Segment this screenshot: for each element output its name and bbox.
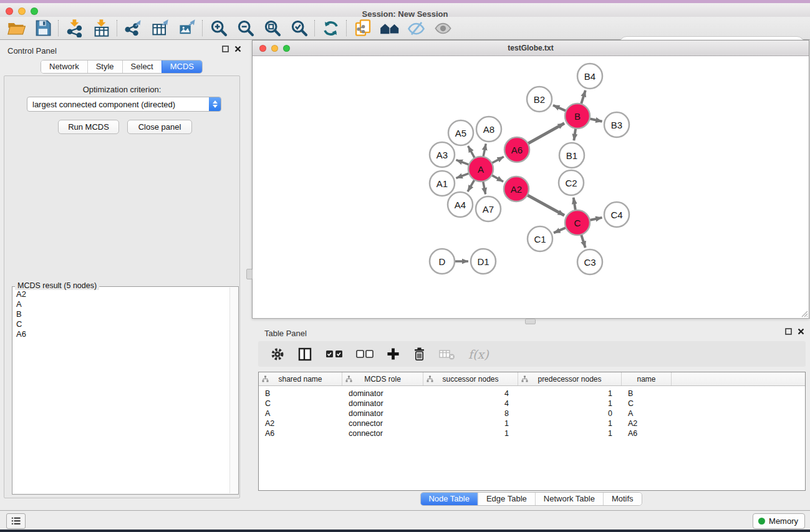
- mcds-result-item[interactable]: A: [15, 299, 229, 309]
- tab-node-table[interactable]: Node Table: [420, 493, 478, 505]
- export-table-button[interactable]: [147, 17, 173, 39]
- save-session-button[interactable]: [29, 17, 56, 39]
- status-bar: Memory: [0, 510, 810, 530]
- graph-node-label: A: [478, 164, 484, 175]
- column-header-label: shared name: [278, 375, 322, 384]
- zoom-selected-icon: [290, 19, 309, 37]
- table-row[interactable]: A6connector11A6: [259, 428, 805, 438]
- optimization-criterion-select[interactable]: largest connected component (directed): [27, 97, 221, 112]
- table-header-row: shared nameMCDS rolesuccessor nodesprede…: [259, 372, 805, 386]
- table-cell: 1: [518, 419, 622, 428]
- run-mcds-button[interactable]: Run MCDS: [58, 120, 119, 134]
- export-image-icon: [178, 19, 196, 37]
- zoom-out-button[interactable]: [232, 17, 259, 39]
- network-view-window[interactable]: testGlobe.txt AA1A2A3A4A5A6A7A8BB1B2B3B4…: [252, 40, 809, 319]
- graph-node-label: B2: [534, 94, 545, 105]
- column-header-filler: [672, 372, 805, 385]
- zoom-fit-button[interactable]: [259, 17, 286, 39]
- deselect-all-checkboxes-icon[interactable]: [356, 350, 374, 358]
- graph-edge-A6-B[interactable]: [523, 123, 564, 147]
- graph-edge-A2-C[interactable]: [522, 192, 564, 216]
- table-row[interactable]: Adominator80A: [259, 409, 805, 418]
- network-window-title: testGlobe.txt: [253, 44, 809, 52]
- refresh-view-button[interactable]: [317, 17, 344, 39]
- first-neighbors-button[interactable]: [376, 17, 403, 39]
- table-row[interactable]: Cdominator41C: [259, 399, 805, 409]
- graph-node-label: D: [439, 256, 446, 267]
- zoom-in-button[interactable]: [205, 17, 232, 39]
- main-titlebar[interactable]: Session: New Session: [0, 3, 810, 17]
- houses-icon: [380, 19, 400, 37]
- resize-grip-icon[interactable]: [799, 309, 808, 317]
- node-table: shared nameMCDS rolesuccessor nodesprede…: [258, 372, 806, 491]
- tab-style[interactable]: Style: [87, 60, 122, 73]
- close-panel-icon[interactable]: [234, 46, 241, 52]
- tab-network-table[interactable]: Network Table: [535, 493, 603, 505]
- column-header-successor-nodes[interactable]: successor nodes: [423, 372, 518, 385]
- tab-select[interactable]: Select: [122, 60, 162, 73]
- toolbar-separator: [346, 20, 347, 36]
- duplicate-network-button[interactable]: [349, 17, 376, 39]
- column-header-name[interactable]: name: [622, 372, 672, 385]
- mcds-result-item[interactable]: B: [15, 309, 229, 319]
- zoom-selected-button[interactable]: [286, 17, 312, 39]
- table-cell: A6: [622, 429, 672, 438]
- graph-node-label: A6: [511, 145, 523, 155]
- import-table-button[interactable]: [88, 17, 115, 39]
- zoom-fit-icon: [263, 19, 282, 37]
- mcds-result-legend: MCDS result (5 nodes): [15, 281, 99, 290]
- table-row[interactable]: A2connector11A2: [259, 418, 805, 428]
- column-header-shared-name[interactable]: shared name: [259, 372, 342, 385]
- column-management-icon[interactable]: [297, 347, 312, 362]
- mcds-result-item[interactable]: C: [15, 319, 229, 329]
- graph-node-label: B3: [611, 120, 622, 130]
- open-session-button[interactable]: [2, 17, 29, 39]
- graph-node-label: D1: [477, 256, 489, 267]
- mcds-result-list[interactable]: A2ABCA6: [15, 289, 229, 493]
- table-cell: A6: [259, 429, 342, 438]
- export-image-button[interactable]: [173, 17, 200, 39]
- add-column-icon[interactable]: [387, 347, 400, 360]
- vertical-splitter-handle[interactable]: [246, 269, 253, 279]
- save-floppy-icon: [34, 19, 52, 37]
- mcds-result-item[interactable]: A6: [15, 329, 229, 339]
- float-panel-icon[interactable]: [222, 46, 229, 52]
- table-cell: connector: [342, 419, 423, 428]
- close-panel-icon[interactable]: [798, 328, 804, 335]
- memory-button[interactable]: Memory: [753, 513, 805, 529]
- mcds-result-scrollbar[interactable]: [229, 288, 238, 493]
- column-header-predecessor-nodes[interactable]: predecessor nodes: [518, 372, 622, 385]
- column-type-icon: [427, 375, 433, 382]
- show-all-button[interactable]: [430, 17, 456, 39]
- table-row[interactable]: Bdominator41B: [259, 389, 805, 399]
- table-cell: connector: [342, 429, 423, 438]
- tab-motifs[interactable]: Motifs: [603, 493, 642, 505]
- memory-status-dot: [758, 518, 765, 525]
- table-panel-window-buttons: [785, 328, 804, 335]
- optimization-criterion-label: Optimization criterion:: [4, 85, 239, 94]
- table-cell: A: [259, 409, 342, 418]
- table-cell: 4: [423, 399, 518, 408]
- graph-node-label: C2: [565, 178, 577, 188]
- graph-node-label: C1: [534, 234, 546, 244]
- network-canvas[interactable]: AA1A2A3A4A5A6A7A8BB1B2B3B4CC1C2C3C4DD1: [253, 56, 809, 318]
- import-network-button[interactable]: [61, 17, 88, 39]
- tab-edge-table[interactable]: Edge Table: [478, 493, 535, 505]
- delete-table-disabled-icon: [439, 348, 455, 360]
- graph-node-label: C4: [610, 210, 622, 220]
- task-history-button[interactable]: [6, 513, 26, 529]
- close-panel-button[interactable]: Close panel: [127, 120, 192, 134]
- tab-mcds[interactable]: MCDS: [162, 60, 202, 73]
- graph-node-label: B1: [566, 150, 577, 161]
- mcds-result-item[interactable]: A2: [15, 289, 229, 299]
- hide-selected-button[interactable]: [403, 17, 430, 39]
- graph-node-label: A8: [483, 124, 494, 135]
- settings-gear-icon[interactable]: [271, 347, 284, 361]
- export-network-button[interactable]: [120, 17, 147, 39]
- column-header-MCDS-role[interactable]: MCDS role: [342, 372, 423, 385]
- network-window-titlebar[interactable]: testGlobe.txt: [253, 41, 809, 56]
- tab-network[interactable]: Network: [41, 60, 87, 73]
- delete-column-trash-icon[interactable]: [413, 347, 426, 361]
- select-all-checkboxes-icon[interactable]: [325, 350, 343, 358]
- float-panel-icon[interactable]: [785, 328, 792, 335]
